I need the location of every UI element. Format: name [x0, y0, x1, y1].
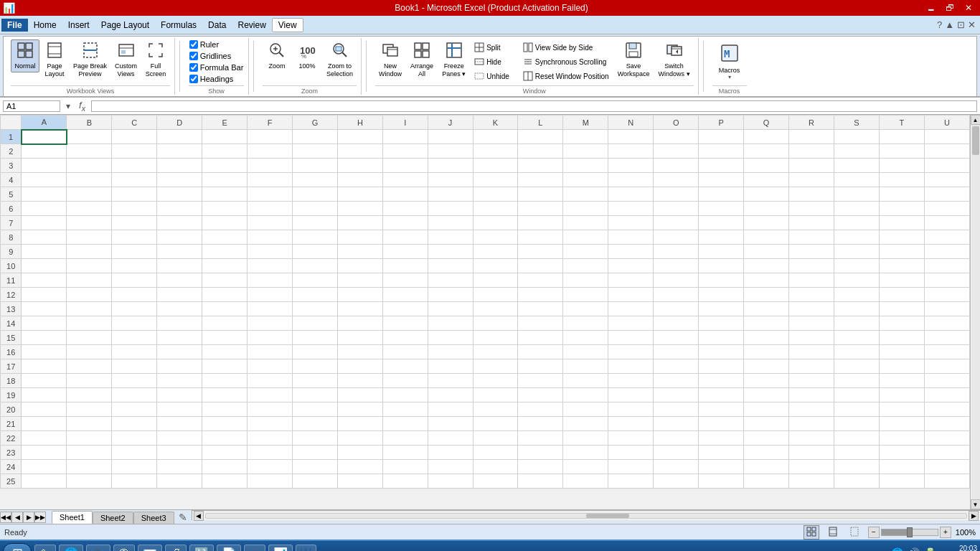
cell-H17[interactable]	[337, 359, 382, 374]
sheet-prev-button[interactable]: ◀	[11, 512, 23, 523]
cell-I13[interactable]	[382, 302, 428, 316]
cell-M5[interactable]	[563, 187, 608, 202]
cell-M25[interactable]	[563, 474, 608, 489]
cell-K19[interactable]	[473, 388, 518, 402]
cell-B7[interactable]	[67, 216, 112, 230]
grid-main[interactable]: ABCDEFGHIJKLMNOPQRSTU 123456789101112131…	[0, 115, 970, 509]
cell-H25[interactable]	[337, 474, 382, 489]
zoom-slider-thumb[interactable]	[907, 527, 913, 537]
cell-R17[interactable]	[789, 359, 834, 374]
cell-U11[interactable]	[924, 273, 969, 288]
cell-R20[interactable]	[789, 402, 834, 417]
cell-P19[interactable]	[699, 388, 744, 402]
cell-H6[interactable]	[337, 202, 382, 216]
cell-T13[interactable]	[879, 302, 924, 316]
sheet-first-button[interactable]: ◀◀	[0, 512, 11, 523]
cell-L10[interactable]	[518, 259, 563, 273]
cell-A18[interactable]	[22, 374, 67, 388]
cell-T9[interactable]	[879, 245, 924, 259]
cell-G25[interactable]	[293, 474, 338, 489]
cell-D19[interactable]	[157, 388, 202, 402]
cell-F12[interactable]	[248, 288, 293, 302]
cell-N25[interactable]	[608, 474, 654, 489]
cell-R2[interactable]	[789, 144, 834, 159]
cell-P20[interactable]	[699, 402, 744, 417]
row-header-12[interactable]: 12	[1, 288, 22, 302]
cell-I24[interactable]	[382, 460, 428, 474]
cell-L17[interactable]	[518, 359, 563, 374]
cell-G13[interactable]	[293, 302, 338, 316]
cell-B25[interactable]	[67, 474, 112, 489]
cell-Q13[interactable]	[744, 302, 789, 316]
cell-B16[interactable]	[67, 345, 112, 359]
cell-U19[interactable]	[924, 388, 969, 402]
vscroll-down-button[interactable]: ▼	[971, 499, 981, 509]
row-header-25[interactable]: 25	[1, 474, 22, 489]
col-header-A[interactable]: A	[22, 116, 67, 130]
cell-A6[interactable]	[22, 202, 67, 216]
cell-O23[interactable]	[654, 446, 699, 460]
cell-J10[interactable]	[428, 259, 473, 273]
cell-R4[interactable]	[789, 173, 834, 187]
cell-O12[interactable]	[654, 288, 699, 302]
cell-U13[interactable]	[924, 302, 969, 316]
cell-D1[interactable]	[157, 130, 202, 144]
row-header-17[interactable]: 17	[1, 359, 22, 374]
cell-E14[interactable]	[202, 316, 248, 331]
cell-T23[interactable]	[879, 446, 924, 460]
cell-B14[interactable]	[67, 316, 112, 331]
new-sheet-button[interactable]: ✎	[174, 511, 192, 524]
cell-M3[interactable]	[563, 159, 608, 173]
tray-battery-icon[interactable]: 🔋	[924, 547, 936, 551]
cell-D22[interactable]	[157, 431, 202, 446]
help-icon[interactable]: ?	[937, 19, 942, 30]
cell-J23[interactable]	[428, 446, 473, 460]
cell-Q11[interactable]	[744, 273, 789, 288]
cell-U20[interactable]	[924, 402, 969, 417]
cell-T24[interactable]	[879, 460, 924, 474]
cell-Q5[interactable]	[744, 187, 789, 202]
cell-H4[interactable]	[337, 173, 382, 187]
cell-M23[interactable]	[563, 446, 608, 460]
cell-C5[interactable]	[112, 187, 157, 202]
cell-B15[interactable]	[67, 331, 112, 345]
cell-J1[interactable]	[428, 130, 473, 144]
cell-K9[interactable]	[473, 245, 518, 259]
cell-D14[interactable]	[157, 316, 202, 331]
cell-L21[interactable]	[518, 417, 563, 431]
cell-G15[interactable]	[293, 331, 338, 345]
cell-H5[interactable]	[337, 187, 382, 202]
cell-T10[interactable]	[879, 259, 924, 273]
cell-O14[interactable]	[654, 316, 699, 331]
cell-U24[interactable]	[924, 460, 969, 474]
cell-I6[interactable]	[382, 202, 428, 216]
cell-G11[interactable]	[293, 273, 338, 288]
cell-F19[interactable]	[248, 388, 293, 402]
sheet-last-button[interactable]: ▶▶	[34, 512, 46, 523]
cell-U10[interactable]	[924, 259, 969, 273]
cell-A13[interactable]	[22, 302, 67, 316]
cell-K2[interactable]	[473, 144, 518, 159]
cell-L18[interactable]	[518, 374, 563, 388]
cell-T4[interactable]	[879, 173, 924, 187]
cell-O10[interactable]	[654, 259, 699, 273]
cell-H23[interactable]	[337, 446, 382, 460]
cell-M8[interactable]	[563, 230, 608, 245]
cell-J21[interactable]	[428, 417, 473, 431]
cell-I14[interactable]	[382, 316, 428, 331]
cell-B13[interactable]	[67, 302, 112, 316]
cell-R16[interactable]	[789, 345, 834, 359]
cell-A11[interactable]	[22, 273, 67, 288]
cell-O5[interactable]	[654, 187, 699, 202]
cell-I21[interactable]	[382, 417, 428, 431]
cell-K11[interactable]	[473, 273, 518, 288]
cell-J24[interactable]	[428, 460, 473, 474]
cell-M7[interactable]	[563, 216, 608, 230]
cell-A5[interactable]	[22, 187, 67, 202]
cell-S14[interactable]	[834, 316, 880, 331]
cell-N14[interactable]	[608, 316, 654, 331]
cell-M14[interactable]	[563, 316, 608, 331]
cell-M11[interactable]	[563, 273, 608, 288]
cell-D12[interactable]	[157, 288, 202, 302]
cell-I11[interactable]	[382, 273, 428, 288]
